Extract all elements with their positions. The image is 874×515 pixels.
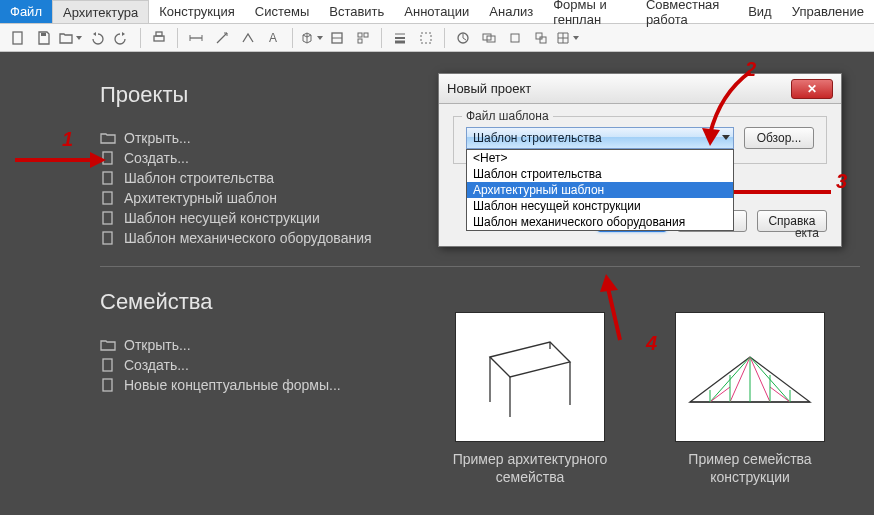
view-plan-icon[interactable] — [351, 27, 375, 49]
combo-option-none[interactable]: <Нет> — [467, 150, 733, 166]
svg-rect-12 — [358, 39, 362, 43]
annotation-number-4: 4 — [646, 332, 657, 355]
combo-option-architectural[interactable]: Архитектурный шаблон — [467, 182, 733, 198]
ribbon-tabs: Файл Архитектура Конструкция Системы Вст… — [0, 0, 874, 24]
undo-icon[interactable] — [84, 27, 108, 49]
svg-rect-27 — [103, 232, 112, 244]
tab-massing[interactable]: Формы и генплан — [543, 0, 636, 23]
thumb-label: Пример семейства конструкции — [670, 450, 830, 486]
save-icon[interactable] — [32, 27, 56, 49]
folder-icon — [100, 338, 116, 352]
group-label: Файл шаблона — [462, 109, 553, 123]
thumb-architectural-family[interactable]: Пример архитектурного семейства — [450, 312, 610, 486]
browse-button[interactable]: Обзор... — [744, 127, 814, 149]
family-thumbnails: Пример архитектурного семейства — [450, 312, 830, 486]
tab-annotate[interactable]: Аннотации — [394, 0, 479, 23]
link-label: Создать... — [124, 357, 189, 373]
svg-rect-22 — [540, 37, 546, 43]
replicate-icon[interactable] — [503, 27, 527, 49]
doc-icon — [100, 171, 116, 185]
link-label: Архитектурный шаблон — [124, 190, 277, 206]
section-icon[interactable] — [325, 27, 349, 49]
thumb-structural-family[interactable]: Пример семейства конструкции — [670, 312, 830, 486]
link-label: Шаблон строительства — [124, 170, 274, 186]
print-icon[interactable] — [147, 27, 171, 49]
svg-text:A: A — [269, 31, 277, 45]
tab-file[interactable]: Файл — [0, 0, 52, 23]
combo-option-structural[interactable]: Шаблон несущей конструкции — [467, 198, 733, 214]
combo-dropdown-list: <Нет> Шаблон строительства Архитектурный… — [466, 149, 734, 231]
svg-rect-24 — [103, 172, 112, 184]
combo-selected-value[interactable]: Шаблон строительства — [466, 127, 734, 149]
tab-structure[interactable]: Конструкция — [149, 0, 244, 23]
tab-manage[interactable]: Управление — [782, 0, 874, 23]
svg-rect-25 — [103, 192, 112, 204]
folder-icon — [100, 131, 116, 145]
close-button[interactable]: ✕ — [791, 79, 833, 99]
doc-icon — [100, 151, 116, 165]
svg-rect-10 — [358, 33, 362, 37]
doc-icon — [100, 211, 116, 225]
svg-rect-11 — [364, 33, 368, 37]
tab-architecture[interactable]: Архитектура — [52, 0, 149, 23]
measure-icon[interactable] — [184, 27, 208, 49]
template-file-group: Файл шаблона Шаблон строительства <Нет> … — [453, 116, 827, 164]
tab-insert[interactable]: Вставить — [319, 0, 394, 23]
doc-icon — [100, 231, 116, 245]
obscured-text: екта — [795, 226, 819, 240]
link-label: Новые концептуальные формы... — [124, 377, 341, 393]
svg-rect-16 — [421, 33, 431, 43]
annotation-number-1: 1 — [62, 128, 73, 151]
svg-rect-0 — [13, 32, 22, 44]
svg-rect-3 — [156, 32, 162, 36]
quick-access-toolbar: A — [0, 24, 874, 52]
doc-icon — [100, 378, 116, 392]
tab-analyze[interactable]: Анализ — [479, 0, 543, 23]
combo-option-construction[interactable]: Шаблон строительства — [467, 166, 733, 182]
dimension-icon[interactable] — [236, 27, 260, 49]
thin-lines-icon[interactable] — [388, 27, 412, 49]
link-label: Открыть... — [124, 337, 191, 353]
close-hidden-icon[interactable] — [414, 27, 438, 49]
svg-rect-26 — [103, 212, 112, 224]
annotation-number-2: 2 — [745, 58, 756, 81]
chevron-down-icon — [722, 135, 730, 140]
svg-rect-1 — [41, 33, 46, 36]
tile-icon[interactable] — [555, 27, 579, 49]
svg-rect-29 — [103, 379, 112, 391]
thumb-image — [675, 312, 825, 442]
dialog-titlebar: Новый проект ✕ — [439, 74, 841, 104]
dialog-title-text: Новый проект — [447, 81, 531, 96]
tab-view[interactable]: Вид — [738, 0, 782, 23]
annotation-number-3: 3 — [836, 170, 847, 193]
combo-option-mechanical[interactable]: Шаблон механического оборудования — [467, 214, 733, 230]
tab-collaborate[interactable]: Совместная работа — [636, 0, 738, 23]
link-label: Шаблон несущей конструкции — [124, 210, 320, 226]
text-icon[interactable]: A — [262, 27, 286, 49]
cascade-icon[interactable] — [529, 27, 553, 49]
sync-icon[interactable] — [451, 27, 475, 49]
svg-line-40 — [710, 387, 730, 402]
thumb-image — [455, 312, 605, 442]
svg-line-41 — [770, 387, 790, 402]
svg-rect-2 — [154, 36, 164, 41]
new-icon[interactable] — [6, 27, 30, 49]
tab-systems[interactable]: Системы — [245, 0, 319, 23]
svg-rect-28 — [103, 359, 112, 371]
open-icon[interactable] — [58, 27, 82, 49]
3d-icon[interactable] — [299, 27, 323, 49]
link-label: Создать... — [124, 150, 189, 166]
link-label: Открыть... — [124, 130, 191, 146]
redo-icon[interactable] — [110, 27, 134, 49]
template-combo[interactable]: Шаблон строительства <Нет> Шаблон строит… — [466, 127, 734, 149]
divider — [100, 266, 860, 267]
align-icon[interactable] — [210, 27, 234, 49]
doc-icon — [100, 358, 116, 372]
new-project-dialog: Новый проект ✕ Файл шаблона Шаблон строи… — [438, 73, 842, 247]
doc-icon — [100, 191, 116, 205]
link-label: Шаблон механического оборудования — [124, 230, 372, 246]
thumb-label: Пример архитектурного семейства — [450, 450, 610, 486]
svg-rect-21 — [536, 33, 542, 39]
svg-rect-20 — [511, 34, 519, 42]
switch-windows-icon[interactable] — [477, 27, 501, 49]
